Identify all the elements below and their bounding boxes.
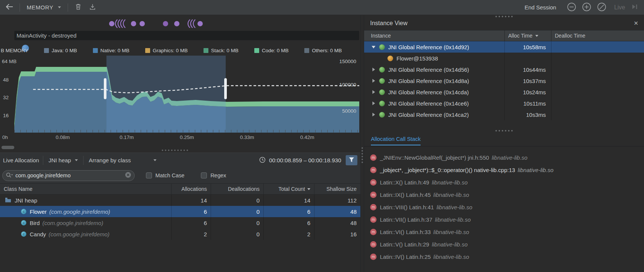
live-button[interactable]: Live xyxy=(614,4,625,11)
regex-checkbox[interactable] xyxy=(201,172,207,178)
search-input[interactable] xyxy=(15,172,123,178)
zoom-in-button[interactable] xyxy=(581,2,592,13)
expander-closed-icon[interactable] xyxy=(372,68,375,71)
reset-zoom-button[interactable] xyxy=(596,2,608,13)
table-row-candy[interactable]: c Candy (com.google.jnirefdemo) 2 0 2 16 xyxy=(0,228,360,240)
native-swatch xyxy=(93,48,98,53)
stack-frame[interactable]: m Latin::X() Latin.h:49 libnative-lib.so xyxy=(364,177,644,188)
range-selection[interactable] xyxy=(106,56,226,133)
instance-row[interactable]: JNI Global Reference (0x14cda) 10s24ms xyxy=(364,86,644,98)
column-dealloc-time[interactable]: Dealloc Time xyxy=(551,30,644,41)
stack-frame[interactable]: m Latin::VI() Latin.h:33 libnative-lib.s… xyxy=(364,226,644,237)
stack-frame[interactable]: m Latin::V() Latin.h:29 libnative-lib.so xyxy=(364,239,644,250)
memory-chart[interactable]: 64 MB 48 32 16 150000 100000 50000 xyxy=(0,56,360,133)
toolbar-divider xyxy=(83,156,84,165)
session-selector[interactable]: MEMORY xyxy=(24,4,63,11)
table-row-jni-heap[interactable]: JNI heap 14 0 14 112 xyxy=(0,195,360,206)
user-event-track[interactable] xyxy=(105,18,207,29)
expander-closed-icon[interactable] xyxy=(372,101,375,105)
instance-row[interactable]: JNI Global Reference (0x14d8a) 10s37ms xyxy=(364,75,644,86)
instance-row[interactable]: JNI Global Reference (0x14ca2) 10s3ms xyxy=(364,109,644,120)
method-icon: m xyxy=(370,167,377,173)
arrange-selector[interactable]: Arrange by class xyxy=(87,157,158,163)
column-alloc-time[interactable]: Alloc Time xyxy=(504,30,551,41)
tab-allocation-call-stack[interactable]: Allocation Call Stack xyxy=(371,136,421,145)
close-icon[interactable]: ✕ xyxy=(633,20,638,27)
sort-desc-icon xyxy=(535,35,538,37)
jni-reference-icon xyxy=(379,44,385,50)
package-label: (com.google.jnirefdemo) xyxy=(43,220,103,226)
legend-item-others: Others: 0 MB xyxy=(304,48,342,53)
instance-view-pane: Instance View ✕ Instance Alloc Time Deal… xyxy=(364,15,644,272)
stack-frame[interactable]: m Latin::VIII() Latin.h:41 libnative-lib… xyxy=(364,201,644,213)
library-label: libnative-lib.so xyxy=(432,179,468,186)
column-shallow-size[interactable]: Shallow Size xyxy=(314,184,360,194)
expander-closed-icon[interactable] xyxy=(372,79,375,83)
toolbar-divider xyxy=(68,3,68,12)
stack-frame[interactable]: m Latin::IX() Latin.h:45 libnative-lib.s… xyxy=(364,189,644,200)
column-total-count[interactable]: Total Count xyxy=(263,184,314,194)
expander-closed-icon[interactable] xyxy=(372,113,375,116)
selection-time-range: 00:00:08.859 – 00:00:18.930 xyxy=(259,157,341,164)
back-arrow-icon xyxy=(5,3,14,11)
xtick-0: 0h xyxy=(2,134,8,140)
library-label: libnative-lib.so xyxy=(433,254,469,260)
end-session-button[interactable]: End Session xyxy=(524,4,556,11)
column-deallocations[interactable]: Deallocations xyxy=(211,184,263,194)
expander-closed-icon[interactable] xyxy=(372,90,375,94)
memory-legend: B MEMORY Java: 0 MB Native: 0 MB Graphic… xyxy=(0,46,360,55)
stack-frame[interactable]: m _jobject*, _jobject*)::$_0::operator()… xyxy=(364,164,644,175)
allocation-toolbar: Live Allocation JNI heap Arrange by clas… xyxy=(0,153,360,168)
class-icon: c xyxy=(21,209,26,214)
column-class-name[interactable]: Class Name xyxy=(0,184,171,194)
library-label: libnative-lib.so xyxy=(432,241,468,248)
instance-row[interactable]: JNI Global Reference (0x14ce6) 10s11ms xyxy=(364,98,644,109)
plus-circle-icon xyxy=(582,2,591,13)
library-label: libnative-lib.so xyxy=(433,229,469,235)
method-icon: m xyxy=(370,229,377,235)
yaxis-right-150000: 150000 xyxy=(339,59,356,64)
horizontal-splitter-handle[interactable] xyxy=(162,150,188,151)
clear-search-icon[interactable] xyxy=(125,172,131,179)
column-instance[interactable]: Instance xyxy=(364,30,504,41)
xtick-5: 0.42m xyxy=(300,134,314,140)
export-session-button[interactable] xyxy=(87,2,98,13)
stack-frame[interactable]: m Latin::IV() Latin.h:25 libnative-lib.s… xyxy=(364,251,644,262)
heap-selector[interactable]: JNI heap xyxy=(47,157,79,163)
table-row-flower[interactable]: c Flower (com.google.jnirefdemo) 6 0 6 4… xyxy=(0,206,360,217)
instance-row[interactable]: JNI Global Reference (0x14d92) 10s58ms xyxy=(364,41,644,53)
xtick-1: 0.08m xyxy=(56,134,70,140)
match-case-checkbox[interactable] xyxy=(146,172,152,178)
callstack-tab-bar: Allocation Call Stack xyxy=(364,133,644,147)
class-icon: c xyxy=(21,231,26,237)
stack-frame[interactable]: m Latin::VII() Latin.h:37 libnative-lib.… xyxy=(364,214,644,225)
delete-session-button[interactable] xyxy=(73,2,84,13)
stack-swatch xyxy=(204,48,208,53)
instance-child-row[interactable]: Flower@153938 xyxy=(364,53,644,64)
search-icon xyxy=(6,172,13,179)
chevron-down-icon xyxy=(58,6,61,8)
selection-handle-left[interactable] xyxy=(104,78,106,99)
activity-lifecycle-bar[interactable]: MainActivity - destroyed xyxy=(14,31,359,40)
zoom-out-button[interactable] xyxy=(566,2,577,13)
legend-item-stack: Stack: 0 MB xyxy=(204,48,238,53)
instance-row[interactable]: JNI Global Reference (0x14d56) 10s44ms xyxy=(364,64,644,75)
memory-timeline-pane: MainActivity - destroyed B MEMORY Java: … xyxy=(0,15,360,272)
expander-open-icon[interactable] xyxy=(372,46,375,48)
column-allocations[interactable]: Allocations xyxy=(171,184,211,194)
back-button[interactable] xyxy=(4,2,15,13)
horizontal-scrollbar[interactable] xyxy=(2,146,14,149)
callstack-splitter-handle[interactable] xyxy=(495,130,513,131)
xtick-2: 0.17m xyxy=(120,134,134,140)
stack-frame[interactable]: m _JNIEnv::NewGlobalRef(_jobject*) jni.h… xyxy=(364,152,644,163)
selection-handle-right[interactable] xyxy=(224,78,227,99)
jni-reference-icon xyxy=(379,112,385,118)
clock-icon xyxy=(259,157,266,164)
skip-to-live-button[interactable] xyxy=(629,2,640,13)
library-label: libnative-lib.so xyxy=(436,204,472,210)
method-icon: m xyxy=(370,254,377,260)
vertical-splitter[interactable] xyxy=(360,15,364,272)
filter-button[interactable] xyxy=(346,155,357,165)
table-row-bird[interactable]: c Bird (com.google.jnirefdemo) 6 0 6 48 xyxy=(0,217,360,228)
search-box[interactable] xyxy=(2,170,135,181)
